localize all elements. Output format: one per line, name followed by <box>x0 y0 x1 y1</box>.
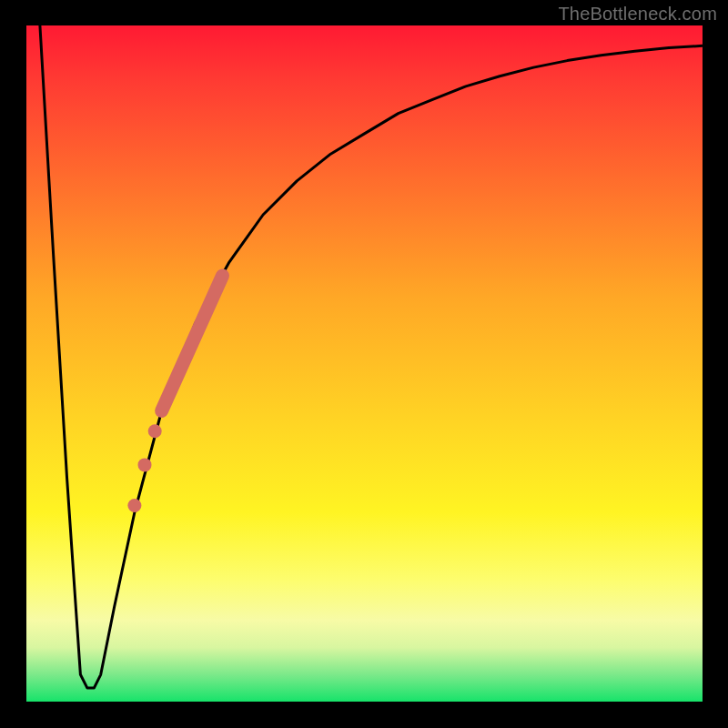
salmon-dots-group <box>127 424 161 512</box>
curve-layer <box>26 25 703 702</box>
salmon-thick-segment <box>162 276 223 411</box>
salmon-dot <box>127 499 141 512</box>
bottleneck-curve <box>40 25 703 688</box>
salmon-dot <box>148 424 162 438</box>
salmon-dot <box>138 458 152 471</box>
plot-area <box>26 25 703 702</box>
watermark-text: TheBottleneck.com <box>558 4 717 25</box>
chart-frame: TheBottleneck.com <box>0 0 728 728</box>
